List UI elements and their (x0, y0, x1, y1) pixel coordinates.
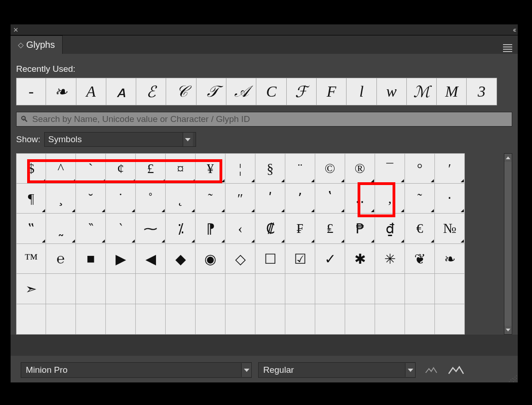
glyph-cell[interactable] (76, 304, 106, 335)
glyph-cell[interactable]: ©◢ (315, 153, 345, 184)
recent-glyph[interactable]: A (76, 78, 106, 105)
glyph-cell[interactable]: ◉ (196, 244, 226, 274)
glyph-cell[interactable]: ◆ (166, 244, 196, 274)
glyph-cell[interactable]: ✳ (375, 244, 405, 274)
glyph-cell[interactable]: ⁋◢ (196, 214, 226, 244)
glyph-cell[interactable] (196, 304, 226, 335)
recent-glyph[interactable]: C (256, 78, 286, 105)
zoom-in-button[interactable] (447, 364, 465, 376)
glyph-cell[interactable]: ¯◢ (375, 153, 405, 184)
glyph-cell[interactable]: ✓ (315, 244, 345, 274)
glyph-cell[interactable]: ¶◢ (16, 184, 46, 214)
recent-glyph[interactable]: ℳ (407, 78, 437, 105)
panel-menu-icon[interactable] (502, 42, 513, 54)
glyph-cell[interactable]: ″◢ (226, 184, 255, 214)
glyph-cell[interactable]: ¸◢ (46, 184, 76, 214)
glyph-cell[interactable]: ☐ (255, 244, 285, 274)
glyph-cell[interactable]: ⁓◢ (136, 214, 166, 244)
glyph-cell[interactable] (345, 274, 375, 304)
glyph-cell[interactable]: ˚◢ (136, 184, 166, 214)
glyph-cell[interactable]: ₤◢ (315, 214, 345, 244)
glyph-cell[interactable] (196, 274, 226, 304)
glyph-cell[interactable]: ‶◢ (76, 214, 106, 244)
glyph-cell[interactable] (166, 274, 196, 304)
glyph-cell[interactable] (285, 304, 315, 335)
scroll-track[interactable] (504, 162, 512, 326)
glyph-cell[interactable]: ‟◢ (16, 214, 46, 244)
glyph-cell[interactable]: °◢ (405, 153, 435, 184)
font-style-dropdown[interactable]: Regular (258, 362, 416, 378)
glyph-cell[interactable]: ˙◢ (106, 184, 136, 214)
glyph-cell[interactable]: ▶ (106, 244, 136, 274)
recent-glyph[interactable]: 3 (467, 78, 497, 105)
glyph-cell[interactable]: ʼ◢ (285, 184, 315, 214)
scroll-down-button[interactable] (504, 326, 512, 334)
glyph-cell[interactable]: ¤◢ (166, 153, 196, 184)
glyph-cell[interactable]: ¦◢ (226, 153, 255, 184)
glyph-cell[interactable] (226, 304, 255, 335)
glyph-cell[interactable] (166, 304, 196, 335)
glyph-cell[interactable]: ¥◢ (196, 153, 226, 184)
glyph-cell[interactable] (255, 274, 285, 304)
show-dropdown[interactable]: Symbols (44, 132, 196, 147)
zoom-out-button[interactable] (422, 364, 440, 376)
recent-glyph[interactable]: ᴀ (106, 78, 136, 105)
glyph-cell[interactable] (375, 274, 405, 304)
glyph-cell[interactable] (76, 274, 106, 304)
glyph-cell[interactable]: ^◢ (46, 153, 76, 184)
glyph-cell[interactable]: ₣◢ (285, 214, 315, 244)
glyph-cell[interactable] (285, 274, 315, 304)
glyph-cell[interactable] (136, 274, 166, 304)
glyph-cell[interactable]: ˛◢ (166, 184, 196, 214)
glyph-cell[interactable]: ¨◢ (285, 153, 315, 184)
recent-glyph[interactable]: 𝒞 (166, 78, 196, 105)
glyph-cell[interactable]: ❧ (435, 244, 465, 274)
recent-glyph[interactable]: 𝒯 (197, 78, 226, 105)
glyph-cell[interactable] (46, 274, 76, 304)
scrollbar[interactable] (504, 153, 512, 335)
glyph-cell[interactable]: ℮ (46, 244, 76, 274)
glyph-cell[interactable] (106, 274, 136, 304)
glyph-cell[interactable]: ʹ◢ (255, 184, 285, 214)
glyph-cell[interactable]: ⁒◢ (166, 214, 196, 244)
scroll-thumb[interactable] (504, 162, 512, 326)
glyph-cell[interactable] (16, 304, 46, 335)
glyph-cell[interactable]: ₫◢ (375, 214, 405, 244)
glyph-cell[interactable]: ■ (76, 244, 106, 274)
glyph-cell[interactable] (315, 274, 345, 304)
glyph-cell[interactable]: ˘◢ (76, 184, 106, 214)
glyph-cell[interactable] (345, 304, 375, 335)
glyph-cell[interactable]: ◇ (226, 244, 255, 274)
glyph-cell[interactable]: ′◢ (435, 153, 465, 184)
recent-glyph[interactable]: F (317, 78, 347, 105)
glyph-cell[interactable]: ‚◢ (375, 184, 405, 214)
font-family-dropdown[interactable]: Minion Pro (21, 362, 252, 378)
glyph-cell[interactable]: ʽ◢ (315, 184, 345, 214)
close-icon[interactable]: × (13, 26, 18, 34)
glyph-cell[interactable]: €◢ (405, 214, 435, 244)
glyph-cell[interactable]: ‥◢ (345, 184, 375, 214)
recent-glyph[interactable]: 𝒜 (226, 78, 256, 105)
glyph-cell[interactable] (435, 304, 465, 335)
glyph-cell[interactable]: ‹◢ (226, 214, 255, 244)
glyph-cell[interactable]: £◢ (136, 153, 166, 184)
glyph-cell[interactable]: ‵◢ (106, 214, 136, 244)
collapse-icon[interactable]: ‹‹ (513, 26, 515, 34)
glyph-cell[interactable]: ™ (16, 244, 46, 274)
glyph-cell[interactable] (226, 274, 255, 304)
glyph-cell[interactable] (375, 304, 405, 335)
glyph-cell[interactable]: ➣ (16, 274, 46, 304)
recent-glyph[interactable]: l (347, 78, 376, 105)
glyph-cell[interactable] (136, 304, 166, 335)
search-input[interactable] (32, 114, 508, 124)
recent-glyph[interactable]: M (437, 78, 467, 105)
glyph-cell[interactable]: ❦ (405, 244, 435, 274)
search-field[interactable]: 🔍︎ (16, 112, 512, 127)
tab-glyphs[interactable]: ◇ Glyphs (11, 35, 63, 54)
glyph-cell[interactable]: ‧◢ (435, 184, 465, 214)
glyph-cell[interactable]: №◢ (435, 214, 465, 244)
glyph-cell[interactable]: ˜◢ (405, 184, 435, 214)
glyph-cell[interactable]: ✱ (345, 244, 375, 274)
recent-glyph[interactable]: ℰ (136, 78, 166, 105)
glyph-cell[interactable] (106, 304, 136, 335)
